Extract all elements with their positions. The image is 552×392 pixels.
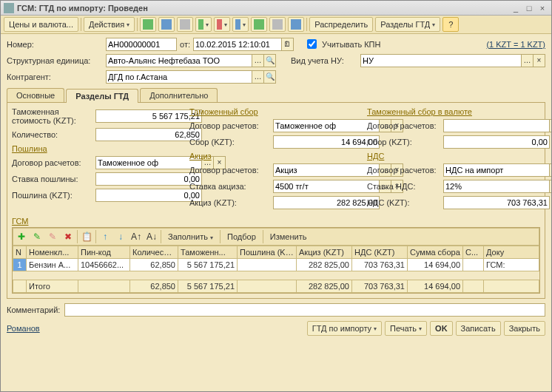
col-nds[interactable]: НДС (KZT): [352, 246, 408, 259]
col-akc[interactable]: Акциз (KZT): [297, 246, 352, 259]
number-input[interactable]: [106, 38, 177, 51]
cost-input[interactable]: [95, 109, 202, 123]
comment-label: Комментарий:: [7, 305, 60, 314]
edit-button[interactable]: Изменить: [266, 232, 312, 241]
pick-button[interactable]: Подбор: [223, 232, 260, 241]
minimize-button[interactable]: _: [510, 3, 522, 13]
total-label: Итого: [27, 280, 78, 293]
vid-select-icon[interactable]: …: [522, 54, 534, 67]
from-label: от:: [180, 40, 190, 49]
sborv-dog-label: Договор расчетов:: [367, 121, 441, 130]
movement-icon[interactable]: ▾: [214, 17, 230, 32]
qty-label: Количество:: [12, 130, 93, 139]
user-link[interactable]: Романов: [7, 324, 40, 333]
duty-dog-label: Договор расчетов:: [12, 158, 93, 167]
maximize-button[interactable]: □: [523, 3, 535, 13]
report-icon[interactable]: [269, 17, 286, 32]
distribute-button[interactable]: Распределить: [309, 17, 373, 32]
sborv-dog-input[interactable]: [443, 119, 550, 132]
kpn-checkbox[interactable]: [307, 39, 317, 49]
gtd-sections-button[interactable]: Разделы ГТД▾: [375, 17, 440, 32]
insert-row-icon[interactable]: ✎: [30, 230, 44, 243]
sbor-section: Таможенный сбор: [189, 107, 363, 116]
struct-select-icon[interactable]: …: [252, 54, 264, 67]
refresh-icon[interactable]: [158, 17, 175, 32]
vid-input[interactable]: [360, 54, 522, 67]
gsm-grid-footer: Итого 62,850 5 567 175,21 282 825,00 703…: [13, 280, 539, 293]
nds-dog-input[interactable]: [443, 163, 550, 177]
nds-input[interactable]: [443, 196, 550, 209]
edit-row-icon[interactable]: ✎: [46, 230, 59, 243]
gsm-grid[interactable]: N Номенкл... Пин-код Количество Таможенн…: [13, 246, 539, 271]
post-icon[interactable]: [140, 17, 156, 32]
akc-rate-input[interactable]: [273, 180, 380, 193]
cost-label: Таможенная стоимость (KZT):: [12, 107, 93, 125]
window-title: ГСМ: ГТД по импорту: Проведен: [17, 4, 508, 13]
tool2-icon[interactable]: [288, 17, 304, 32]
contr-label: Контрагент:: [7, 72, 103, 81]
tab-gtd-sections[interactable]: Разделы ГТД: [66, 89, 138, 103]
delete-row-icon[interactable]: ✖: [61, 230, 75, 243]
vid-clear-icon[interactable]: ×: [534, 54, 545, 67]
akc-rate-label: Ставка акциза:: [189, 182, 271, 191]
col-s[interactable]: С...: [463, 246, 484, 259]
col-cost[interactable]: Таможенн...: [178, 246, 238, 259]
sbor-dog-input[interactable]: [273, 119, 380, 132]
nds-rate-input[interactable]: [443, 180, 550, 193]
ok-button[interactable]: OK: [430, 321, 453, 336]
col-duty[interactable]: Пошлина (KZT): [238, 246, 297, 259]
nds-label: НДС (KZT):: [367, 198, 441, 207]
qty-input[interactable]: [95, 128, 202, 141]
close-button[interactable]: ×: [536, 3, 548, 13]
move-up-icon[interactable]: ↑: [98, 230, 112, 243]
vid-label: Вид учета НУ:: [291, 56, 357, 65]
move-down-icon[interactable]: ↓: [114, 230, 127, 243]
sort-desc-icon[interactable]: A↓: [145, 230, 158, 243]
comment-input[interactable]: [64, 303, 545, 317]
tool1-icon[interactable]: ▾: [232, 17, 249, 32]
akc-input[interactable]: [273, 196, 380, 209]
actions-menu-button[interactable]: Действия▾: [84, 17, 135, 32]
app-icon: [4, 3, 14, 13]
col-nom[interactable]: Номенкл...: [27, 246, 78, 259]
duty-dog-input[interactable]: [95, 156, 202, 169]
close-form-button[interactable]: Закрыть: [504, 321, 545, 336]
contr-input[interactable]: [106, 70, 252, 84]
contr-select-icon[interactable]: …: [252, 70, 264, 84]
struct-input[interactable]: [106, 54, 252, 67]
col-doc[interactable]: Доку: [484, 246, 539, 259]
prices-currency-button[interactable]: Цены и валюта...: [4, 17, 78, 32]
rate-link[interactable]: (1 KZT = 1 KZT): [486, 40, 545, 49]
contr-open-icon[interactable]: 🔍: [264, 70, 276, 84]
date-picker-icon[interactable]: 🗓: [282, 38, 294, 51]
tab-additional[interactable]: Дополнительно: [140, 88, 218, 102]
help-icon[interactable]: ?: [442, 17, 459, 32]
col-sbor[interactable]: Сумма сбора: [408, 246, 463, 259]
duty-input[interactable]: [95, 189, 202, 202]
akc-dog-input[interactable]: [273, 163, 380, 177]
copy-icon[interactable]: [177, 17, 193, 32]
tab-panel: Таможенная стоимость (KZT): Количество: …: [7, 102, 545, 299]
clipboard-icon[interactable]: 📋: [80, 230, 93, 243]
basedon-icon[interactable]: ▾: [195, 17, 212, 32]
sbor-input[interactable]: [273, 135, 380, 149]
window-titlebar: ГСМ: ГТД по импорту: Проведен _ □ ×: [1, 1, 551, 16]
struct-open-icon[interactable]: 🔍: [264, 54, 276, 67]
command-toolbar: Цены и валюта... Действия▾ ▾ ▾ ▾ Распред…: [1, 16, 551, 34]
sort-asc-icon[interactable]: A↑: [129, 230, 143, 243]
col-n[interactable]: N: [13, 246, 27, 259]
fill-button[interactable]: Заполнить ▾: [164, 232, 218, 241]
print-button[interactable]: Печать▾: [385, 321, 427, 336]
col-qty[interactable]: Количество: [130, 246, 178, 259]
duty-rate-input[interactable]: [95, 172, 202, 186]
table-row[interactable]: 1 Бензин А... 10456662... 62,850 5 567 1…: [13, 259, 539, 271]
tree-icon[interactable]: [251, 17, 267, 32]
gtd-import-button[interactable]: ГТД по импорту▾: [307, 321, 382, 336]
tab-main[interactable]: Основные: [7, 88, 64, 102]
date-input[interactable]: [193, 38, 282, 51]
write-button[interactable]: Записать: [456, 321, 501, 336]
add-row-icon[interactable]: ✚: [15, 230, 28, 243]
col-pin[interactable]: Пин-код: [78, 246, 130, 259]
duty-section: Пошлина: [12, 144, 185, 153]
sborv-input[interactable]: [443, 135, 550, 149]
